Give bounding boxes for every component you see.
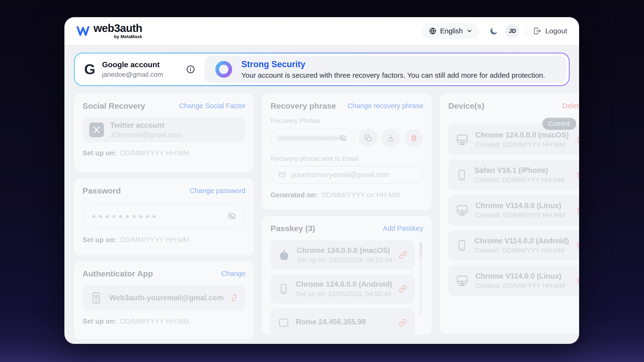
setup-on-label: Set up on:	[82, 149, 116, 157]
recovery-email-label: Recovery phrase sent to Email	[270, 155, 423, 163]
recovery-phrase-label: Recovery Phrase	[270, 117, 423, 125]
device-name: Safari V16.1 (iPhone)	[474, 166, 569, 175]
change-recovery-phrase-link[interactable]: Change recovery phrase	[348, 102, 423, 110]
twitter-x-icon	[89, 122, 104, 137]
web3auth-w-icon	[76, 25, 90, 36]
eye-off-icon[interactable]	[339, 134, 347, 142]
passkey-item: Chrome 124.0.0.0 (Android) Set up on: 23…	[270, 274, 414, 304]
copy-phrase-button[interactable]	[359, 129, 377, 147]
authenticator-card: Authenticator App Change Web3auth-yourem…	[74, 261, 254, 339]
recovery-phrase-hidden-value: ●●●●●●●●●●●●●●●	[278, 134, 339, 142]
device-meta: Created: DD/MM/YYY HH:MM	[475, 141, 569, 148]
copy-icon	[364, 134, 372, 142]
mobile-icon	[455, 239, 468, 252]
dark-mode-toggle[interactable]	[489, 26, 499, 36]
delete-phrase-button[interactable]	[404, 129, 423, 147]
change-social-factor-link[interactable]: Change Social Factor	[179, 102, 246, 110]
security-ring-icon	[214, 59, 234, 79]
device-item: Current Chrome V114.0.0 (Linux) Creat	[448, 195, 579, 225]
delete-device-icon[interactable]	[575, 170, 579, 179]
web3auth-logo: web3auth by MetaMask	[76, 23, 142, 39]
password-input[interactable]: ●●●●●●●●●●	[82, 204, 246, 228]
setup-on-value: DD/MM/YYYY HH:MM	[120, 149, 189, 157]
passkey-name: Chrome 124.0.0.0 (Android)	[296, 280, 392, 289]
authenticator-phone-icon	[89, 291, 103, 305]
link-icon[interactable]	[398, 251, 408, 260]
setup-on-value: DD/MM/YYYY HH:MM	[120, 236, 189, 244]
twitter-account-email: JDKmurthi@gmail.com	[110, 131, 239, 139]
device-name: Chrome V114.0.0 (Linux)	[475, 201, 569, 210]
globe-icon	[429, 27, 436, 35]
envelope-icon	[278, 171, 286, 179]
google-icon: G	[84, 62, 96, 76]
security-banner: G Google account janedoe@gmail.com	[74, 53, 570, 86]
passkey-title: Passkey (3)	[270, 224, 315, 233]
unlink-icon[interactable]	[230, 293, 239, 303]
generated-on-label: Generated on:	[270, 191, 318, 199]
link-icon[interactable]	[398, 284, 408, 293]
devices-card: Device(s) Delete all Current	[440, 94, 579, 334]
recovery-phrase-input[interactable]: ●●●●●●●●●●●●●●●	[270, 128, 354, 148]
factor-columns: Social Recovery Change Social Factor Twi…	[74, 94, 570, 339]
passkey-card: Passkey (3) Add Passkey	[262, 216, 432, 335]
device-name: Chrome 124.0.0.0 (macOS)	[475, 131, 569, 139]
setup-on-label: Set up on:	[82, 236, 116, 244]
security-status-message: Your account is secured with three recov…	[242, 71, 545, 79]
passkey-item: Chrome 124.0.0.0 (macOS) Set up on: 23/0…	[270, 240, 414, 270]
delete-device-icon[interactable]	[575, 241, 579, 250]
recovery-phrase-title: Recovery phrase	[270, 101, 336, 111]
mobile-icon	[455, 168, 468, 181]
setup-on-label: Set up on:	[82, 318, 116, 325]
device-item: Current Chrome 124.0.0.0 (macOS) Crea	[448, 124, 579, 155]
change-authenticator-link[interactable]: Change	[221, 270, 246, 278]
eye-off-icon[interactable]	[227, 212, 236, 221]
topbar-divider	[526, 25, 526, 36]
passkey-scrollbar[interactable]	[419, 242, 422, 315]
password-title: Password	[82, 186, 121, 195]
top-bar: web3auth by MetaMask English JD	[64, 17, 579, 45]
logout-label: Logout	[545, 27, 567, 35]
desktop-icon	[455, 203, 469, 217]
recovery-email-value: yourrecoveryemail@gmail.com	[291, 171, 389, 179]
twitter-account-item: Twitter account JDKmurthi@gmail.com	[82, 118, 246, 142]
device-meta: Created: DD/MM/YYY HH:MM	[474, 176, 569, 184]
account-email: janedoe@gmail.com	[102, 71, 163, 78]
info-icon[interactable]	[186, 65, 195, 74]
download-phrase-button[interactable]	[382, 129, 400, 147]
twitter-account-name: Twitter account	[110, 121, 239, 130]
password-masked-value: ●●●●●●●●●●	[92, 212, 158, 220]
language-label: English	[440, 27, 463, 35]
passkey-name: Rome 24.456.355.98	[296, 318, 392, 326]
passkey-name: Chrome 124.0.0.0 (macOS)	[297, 246, 392, 255]
recovery-email-input[interactable]: yourrecoveryemail@gmail.com	[270, 166, 423, 184]
delete-device-icon[interactable]	[575, 206, 579, 215]
current-device-badge: Current	[542, 118, 576, 130]
passkey-list: Chrome 124.0.0.0 (macOS) Set up on: 23/0…	[270, 240, 423, 335]
link-icon[interactable]	[398, 318, 408, 327]
logout-button[interactable]: Logout	[533, 27, 567, 35]
device-item: Current Chrome V114.0.0 (Android) Cre	[448, 230, 579, 261]
recovery-phrase-card: Recovery phrase Change recovery phrase R…	[262, 94, 432, 210]
logout-icon	[533, 27, 542, 35]
add-passkey-link[interactable]: Add Passkey	[383, 225, 423, 232]
security-status-section: Strong Security Your account is secured …	[205, 56, 566, 83]
authenticator-value: Web3auth-youremail@gmal.com	[109, 294, 224, 302]
delete-all-link[interactable]: Delete all	[563, 102, 579, 110]
brand-byline: by MetaMask	[94, 34, 142, 39]
passkey-meta: Set up on: 23/05/2024, 04:55:44	[297, 256, 392, 264]
language-selector[interactable]: English	[422, 23, 479, 39]
passkey-meta: Set up on: 23/05/2024, 04:55:44	[296, 290, 392, 298]
social-recovery-title: Social Recovery	[82, 101, 145, 111]
generated-on-value: DD/MM/YYYY on HH:MM	[321, 191, 400, 199]
change-password-link[interactable]: Change password	[190, 187, 246, 195]
setup-on-value: DD/MM/YYYY HH:MM	[120, 318, 189, 325]
device-meta: Created: DD/MM/YYY HH:MM	[475, 282, 569, 290]
password-card: Password Change password ●●●●●●●●●● Set …	[74, 178, 254, 255]
delete-device-icon[interactable]	[575, 135, 579, 144]
delete-device-icon[interactable]	[575, 276, 579, 285]
content-area: G Google account janedoe@gmail.com	[64, 45, 579, 344]
scrollbar-thumb[interactable]	[419, 242, 422, 258]
avatar[interactable]: JD	[506, 24, 519, 38]
social-recovery-card: Social Recovery Change Social Factor Twi…	[74, 94, 254, 172]
authenticator-item: Web3auth-youremail@gmal.com	[82, 286, 246, 310]
